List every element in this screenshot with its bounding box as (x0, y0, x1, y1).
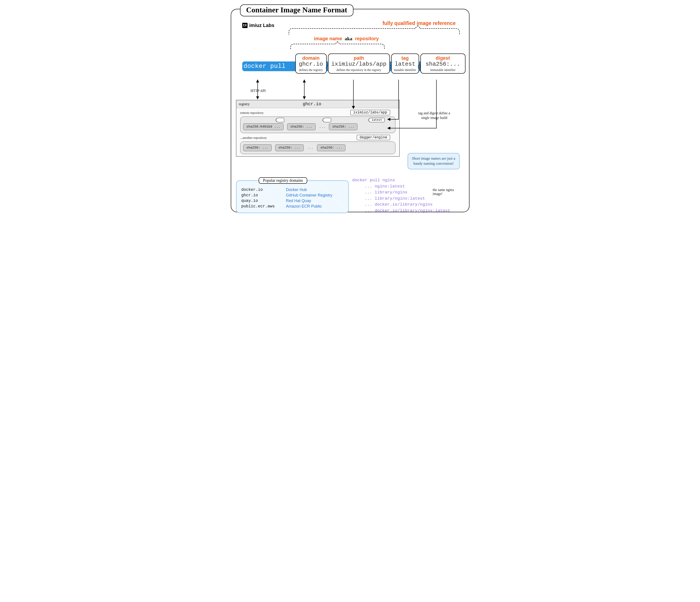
repository-2: ...another repository dagger/engine sha2… (240, 136, 395, 154)
image-reference-bar: docker pull domain ghcr.io defines the r… (238, 53, 463, 80)
sha-pill: sha256: ... (287, 123, 316, 130)
part-path: path iximiuz/labs/app defines the reposi… (328, 53, 390, 74)
brace-image-name (291, 44, 384, 49)
diagram-title: Container Image Name Format (240, 4, 353, 16)
registry-entry: Red Hat Quay (286, 199, 344, 203)
ellipsis-icon: ... (307, 146, 314, 150)
registry-box: registry ghcr.io remote repository iximi… (236, 100, 400, 156)
image-name-aka-repository-label: image name aka repository (314, 36, 379, 42)
part-digest-value: sha256:... (423, 61, 463, 68)
domain-entry: ghcr.io (241, 193, 283, 198)
sha-pill: sha256:6401bd ... (243, 123, 283, 130)
registry-entry: Amazon ECR Public (286, 204, 344, 209)
registry-entry: Docker Hub (286, 187, 344, 192)
registry-label: registry (239, 102, 250, 106)
domains-card-title: Popular registry domains (258, 177, 307, 184)
sha-pill: sha256: ... (243, 144, 272, 151)
sha-pill: sha256: ... (275, 144, 304, 151)
fully-qualified-label: fully qualified image reference (382, 20, 455, 26)
repo1-body: latest sha256:6401bd ... sha256: ... ...… (240, 117, 395, 133)
part-digest: digest sha256:... immutable identifier (420, 53, 466, 74)
brace-fully-qualified (289, 28, 460, 35)
repo2-body: sha256: ... sha256: ... ... sha256: ... (240, 142, 395, 154)
part-path-value: iximiuz/labs/app (331, 61, 387, 68)
equiv-row: ... docker.io/library/nginx (352, 202, 450, 208)
part-path-desc: defines the repository in the registry (331, 68, 387, 72)
repo1-label: remote repository (240, 111, 264, 115)
tag-flag-icon (276, 118, 284, 122)
equiv-row: ... docker.io/library/nginx:latest (352, 208, 450, 214)
callout-short-names: Short image names are just a handy namin… (407, 153, 460, 169)
repository-1: remote repository iximiuz/labs/app lates… (240, 111, 395, 133)
brand: IX imiuz Labs (242, 23, 275, 28)
repo2-label: ...another repository (240, 136, 267, 140)
part-path-label: path (331, 55, 387, 61)
part-digest-desc: immutable identifier (423, 68, 463, 72)
registry-domain: ghcr.io (303, 101, 321, 106)
equiv-row: ... library/nginx:latest (352, 196, 450, 202)
registry-entry: GitHub Container Registry (286, 193, 344, 198)
part-tag-desc: mutable identifier (394, 68, 417, 72)
note-tag-digest: tag and digest define a single image bui… (416, 111, 453, 120)
repo1-name: iximiuz/labs/app (350, 110, 390, 115)
sha-pill: sha256: ... (317, 144, 346, 151)
part-domain-label: domain (298, 55, 324, 61)
docker-pull-command: docker pull (244, 61, 285, 71)
repo2-name: dagger/engine (357, 135, 390, 140)
part-domain: domain ghcr.io defines the registry (295, 53, 327, 74)
equiv-head: docker pull nginx (352, 177, 450, 183)
part-digest-label: digest (423, 55, 463, 61)
domain-entry: quay.io (241, 199, 283, 203)
tag-flag-icon (323, 118, 331, 122)
ellipsis-icon: ... (319, 125, 326, 129)
part-domain-desc: defines the registry (298, 68, 324, 72)
registry-header: registry ghcr.io (236, 100, 399, 108)
domains-grid: docker.io Docker Hub ghcr.io GitHub Cont… (241, 187, 344, 209)
tag-latest: latest (369, 118, 384, 122)
popular-registry-domains-card: Popular registry domains docker.io Docke… (236, 180, 349, 213)
part-tag-value: latest (394, 61, 417, 68)
domain-entry: public.ecr.aws (241, 204, 283, 209)
part-tag: tag latest mutable identifier (391, 53, 419, 74)
part-tag-label: tag (394, 55, 417, 61)
brand-logo-icon: IX (242, 23, 248, 28)
sha-pill: sha256: ... (329, 123, 357, 130)
domain-entry: docker.io (241, 187, 283, 192)
http-api-label: HTTP API (251, 89, 266, 93)
note-same-image: the same nginx image! (433, 188, 459, 196)
diagram-frame: Container Image Name Format IX imiuz Lab… (231, 9, 470, 212)
brand-name: imiuz Labs (249, 23, 275, 28)
part-domain-value: ghcr.io (298, 61, 324, 68)
